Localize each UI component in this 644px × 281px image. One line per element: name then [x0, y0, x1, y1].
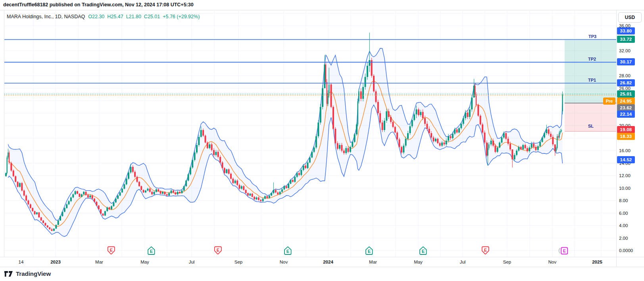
time-axis-label: Mar: [369, 260, 377, 264]
price-tick-label: 16.00: [619, 148, 631, 153]
ohlc-token: H25.47: [107, 14, 123, 19]
premarket-pre-tag: Pre: [603, 97, 615, 105]
time-axis-label: Jul: [460, 260, 466, 264]
svg-text:E: E: [110, 248, 113, 252]
time-axis-label: Jul: [189, 260, 195, 264]
ohlc-token: C25.01: [144, 14, 160, 19]
earnings-up-icon[interactable]: E: [416, 246, 430, 256]
currency-toggle-button[interactable]: USD: [618, 12, 642, 23]
price-tick-label: 28.00: [619, 73, 631, 78]
tradingview-logo-link[interactable]: TradingView: [4, 270, 51, 277]
svg-text:E: E: [150, 249, 153, 254]
tradingview-logo-text: TradingView: [16, 270, 51, 277]
ohlc-token: O22.30: [88, 14, 104, 19]
svg-text:E: E: [217, 248, 219, 252]
time-scale[interactable]: [0, 257, 616, 267]
symbol-legend: MARA Holdings, Inc., 1D, NASDAQO22.30H25…: [7, 14, 202, 19]
price-tick-label: 8.00: [619, 198, 628, 203]
tp3-line-label: TP3: [588, 34, 596, 39]
time-scale-separator: [0, 257, 644, 257]
sl-line-label: SL: [588, 124, 594, 128]
ohlc-values: O22.30H25.47L21.80C25.01+5.76 (+29.92%): [88, 14, 202, 19]
time-axis-label: Sep: [503, 260, 511, 264]
earnings-up-icon[interactable]: E: [281, 246, 294, 256]
price-badge: 24.95: [617, 97, 635, 105]
tradingview-logo-icon: [4, 271, 13, 277]
price-tick-label: 0.0000: [619, 248, 633, 253]
price-badge: 33.80: [617, 27, 635, 34]
time-axis-label: May: [414, 260, 423, 264]
time-axis-label: Mar: [95, 260, 103, 264]
price-badge: 19.08: [617, 126, 635, 133]
price-tick-label: 26.00: [619, 86, 631, 91]
earnings-up-icon[interactable]: E: [144, 246, 158, 256]
earnings-down-icon[interactable]: E: [479, 246, 492, 256]
time-axis-label: 2024: [323, 260, 333, 264]
price-badge: 33.72: [617, 36, 635, 43]
ohlc-token: +5.76 (+29.92%): [163, 14, 200, 19]
price-tick-label: 12.00: [619, 173, 631, 178]
svg-text:E: E: [563, 249, 566, 253]
time-axis-label: 2025: [592, 260, 602, 264]
time-axis-label: 14: [19, 260, 24, 264]
tp1-line-label: TP1: [588, 78, 596, 82]
svg-text:E: E: [368, 249, 371, 254]
symbol-title: MARA Holdings, Inc., 1D, NASDAQ: [7, 14, 85, 19]
price-scale-separator: [616, 10, 617, 267]
time-axis-label: May: [140, 260, 149, 264]
tradingview-published-chart: decentTruffle68182 published on TradingV…: [0, 0, 644, 281]
price-badge: 30.17: [617, 58, 635, 65]
price-tick-label: 2.00: [619, 236, 628, 241]
price-tick-label: 6.00: [619, 211, 628, 216]
ohlc-token: L21.80: [126, 14, 141, 19]
svg-text:E: E: [422, 249, 425, 254]
price-badge: 25.01: [617, 90, 635, 97]
time-axis-label: Nov: [280, 260, 288, 264]
tp2-line-label: TP2: [588, 57, 596, 61]
price-badge: 14.52: [617, 156, 635, 163]
svg-text:E: E: [286, 249, 289, 254]
time-axis-label: Nov: [548, 260, 556, 264]
earnings-down-icon[interactable]: E: [211, 246, 225, 256]
time-axis-label: Sep: [235, 260, 242, 264]
earnings-up-icon[interactable]: E: [362, 246, 376, 256]
price-badge: 18.33: [617, 133, 635, 140]
price-badge: 26.82: [617, 79, 635, 86]
earnings-down-icon[interactable]: E: [104, 246, 118, 256]
price-badge: 22.14: [617, 111, 635, 118]
time-axis-label: 2023: [50, 260, 61, 264]
svg-text:E: E: [484, 248, 487, 252]
price-tick-label: 4.00: [619, 223, 628, 228]
price-tick-label: 10.00: [619, 186, 631, 191]
price-tick-label: 32.00: [619, 48, 631, 53]
earnings-upcoming-icon[interactable]: E: [557, 246, 571, 256]
chart-plot-area[interactable]: [0, 0, 644, 281]
footer-separator: [0, 267, 644, 267]
